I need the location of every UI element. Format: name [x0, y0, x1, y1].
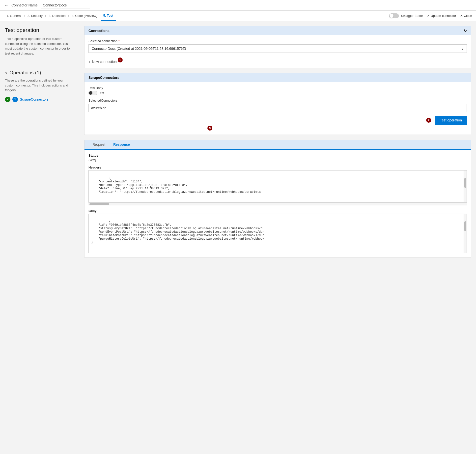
dropdown-arrow-icon: ∨: [461, 47, 464, 51]
swagger-label: Swagger Editor: [401, 14, 423, 18]
nav-actions: Swagger Editor ✓ Update connector ✕ Clos…: [389, 13, 472, 18]
raw-body-toggle[interactable]: [88, 91, 97, 95]
back-button[interactable]: ←: [4, 3, 8, 8]
scrape-title: ScrapeConnectors: [88, 76, 119, 80]
connection-select[interactable]: ConnectorDocs (Created at 2021-09-05T11:…: [88, 44, 467, 53]
connection-selected-value: ConnectorDocs (Created at 2021-09-05T11:…: [92, 47, 186, 51]
operation-item[interactable]: ✓ 1 ScrapeConnectors: [5, 97, 74, 102]
connections-card-body: Selected connection * ConnectorDocs (Cre…: [84, 35, 471, 68]
nav-code[interactable]: 4. Code (Preview): [69, 11, 100, 21]
required-mark: *: [118, 39, 120, 43]
test-operation-button[interactable]: Test operation: [435, 116, 467, 125]
connections-title: Connections: [88, 29, 110, 33]
back-icon: ←: [4, 3, 8, 8]
raw-body-knob: [89, 91, 92, 95]
headers-content[interactable]: { "content-length": "1134", "content-typ…: [88, 170, 467, 202]
connection-select-wrapper: ConnectorDocs (Created at 2021-09-05T11:…: [88, 44, 467, 53]
close-icon: ✕: [460, 14, 463, 18]
response-card: Request Response Status (202) Headers { …: [84, 140, 471, 257]
refresh-icon[interactable]: ↻: [464, 29, 467, 33]
operations-section: ∨ Operations (1) These are the operation…: [5, 64, 74, 102]
new-connection-badge: 1: [118, 57, 123, 62]
operations-header[interactable]: ∨ Operations (1): [5, 70, 74, 76]
connector-name-input[interactable]: [41, 2, 90, 8]
test-operation-desc: Test a specified operation of this custo…: [5, 36, 74, 56]
headers-scrollbar-v[interactable]: [464, 170, 467, 202]
main-content: Test operation Test a specified operatio…: [0, 21, 476, 450]
operations-desc: These are the operations defined by your…: [5, 78, 74, 93]
tab-response[interactable]: Response: [109, 140, 134, 150]
headers-label: Headers: [88, 166, 467, 169]
new-connection-label: New connection: [92, 60, 117, 64]
check-icon: ✓: [427, 14, 430, 18]
body-label: Body: [88, 209, 467, 213]
nav-bar: 1. General › 2. Security › 3. Definition…: [0, 11, 476, 21]
scrape-card-header: ScrapeConnectors: [84, 73, 471, 82]
scrape-card-body: Raw Body Off SelectedConnectors 2 Test o…: [84, 82, 471, 135]
nav-definition[interactable]: 3. Definition: [46, 11, 68, 21]
operation-name: ScrapeConnectors: [20, 97, 49, 101]
raw-body-label: Raw Body: [88, 86, 467, 90]
nav-test[interactable]: 5. Test: [101, 11, 116, 21]
connections-card-header: Connections ↻: [84, 26, 471, 35]
nav-security[interactable]: 2. Security: [25, 11, 45, 21]
body-scroll-thumb: [464, 221, 466, 231]
chevron-down-icon: ∨: [5, 71, 7, 75]
swagger-toggle-switch[interactable]: [389, 13, 399, 18]
toggle-knob: [390, 14, 393, 18]
h-scroll-thumb: [89, 203, 109, 205]
new-connection-button[interactable]: + New connection: [88, 60, 117, 64]
close-label: Close: [464, 14, 472, 18]
top-bar: ← Connector Name: [0, 0, 476, 11]
body-scrollbar-v[interactable]: [464, 214, 467, 253]
operations-title: Operations (1): [9, 70, 41, 76]
connections-card: Connections ↻ Selected connection * Conn…: [84, 26, 471, 68]
tab-bar: Request Response: [84, 140, 471, 150]
plus-icon: +: [88, 60, 90, 64]
connector-label: Connector Name: [11, 3, 38, 7]
update-label: Update connector: [431, 14, 456, 18]
check-icon-green: ✓: [5, 97, 10, 102]
selected-connectors-group: SelectedConnectors: [88, 99, 467, 112]
tab-request[interactable]: Request: [88, 140, 109, 150]
body-content[interactable]: { "id": "03691bf8863f4ce8bf6a8e375583dbf…: [88, 214, 467, 253]
left-panel: Test operation Test a specified operatio…: [0, 21, 79, 450]
scroll-thumb: [464, 178, 466, 188]
update-connector-button[interactable]: ✓ Update connector: [427, 14, 456, 18]
headers-scrollbar-h[interactable]: [88, 202, 467, 205]
badge-3: 3: [207, 126, 212, 131]
swagger-toggle: Swagger Editor: [389, 13, 423, 18]
raw-body-row: Off: [88, 91, 467, 95]
response-body: Status (202) Headers { "content-length":…: [84, 150, 471, 257]
selected-connectors-label: SelectedConnectors: [88, 99, 467, 102]
right-panel: Connections ↻ Selected connection * Conn…: [79, 21, 476, 450]
status-label: Status: [88, 154, 467, 157]
status-value: (202): [88, 158, 467, 162]
raw-body-state: Off: [100, 91, 104, 95]
nav-general[interactable]: 1. General: [4, 11, 24, 21]
selected-connection-label: Selected connection *: [88, 39, 467, 43]
selected-connectors-input[interactable]: [88, 104, 467, 112]
close-button[interactable]: ✕ Close: [460, 14, 472, 18]
scrape-connectors-card: ScrapeConnectors Raw Body Off SelectedCo…: [84, 73, 471, 135]
badge-2: 2: [426, 118, 431, 123]
operation-badge: 1: [12, 97, 18, 102]
test-operation-title: Test operation: [5, 27, 74, 33]
